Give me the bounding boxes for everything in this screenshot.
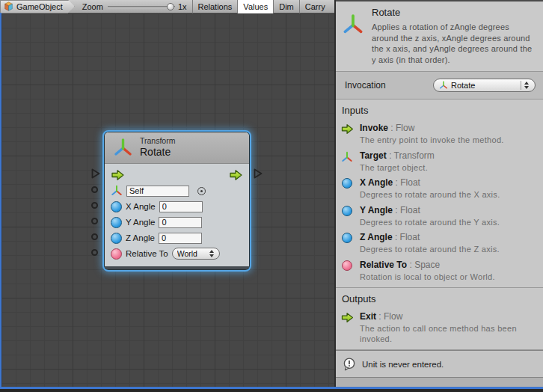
input-item-invoke: InvokeFlow The entry point to invoke the… bbox=[336, 121, 543, 149]
panel-bottom-strip bbox=[336, 378, 543, 387]
node-category: Transform bbox=[140, 136, 175, 146]
flow-out-arrow-icon[interactable] bbox=[229, 169, 243, 181]
flow-in-arrow-icon[interactable] bbox=[111, 169, 125, 181]
relative-to-value: World bbox=[177, 249, 206, 258]
warning-bar: Unit is never entered. bbox=[336, 350, 543, 378]
item-description: Rotation is local to object or World. bbox=[360, 272, 495, 283]
item-description: Degrees to rotate around the Z axis. bbox=[360, 245, 500, 255]
toolbar-toggles: Relations Values Dim Carry bbox=[192, 0, 335, 13]
focus-border-left bbox=[0, 13, 1, 389]
node-footer bbox=[105, 266, 249, 269]
item-description: The action to call once method has been … bbox=[360, 324, 532, 344]
x-angle-row: X Angle bbox=[111, 199, 243, 214]
self-field[interactable] bbox=[126, 186, 189, 197]
pink-port-icon[interactable] bbox=[111, 248, 122, 260]
zoom-label: Zoom bbox=[82, 2, 103, 11]
invocation-label: Invocation bbox=[345, 80, 386, 91]
flow-arrow-icon bbox=[341, 123, 354, 135]
transform-axes-icon bbox=[113, 138, 133, 158]
relative-to-dropdown[interactable]: World bbox=[172, 248, 220, 260]
x-angle-input[interactable] bbox=[159, 201, 203, 212]
input-item-z-angle: Z AngleFloat Degrees to rotate around th… bbox=[336, 230, 543, 258]
input-item-target: TargetTransform The target object. bbox=[336, 149, 543, 177]
graph-canvas[interactable]: Transform Rotate X Angle bbox=[1, 13, 334, 387]
flow-output-port[interactable] bbox=[254, 168, 263, 179]
outputs-header: Outputs bbox=[336, 293, 543, 310]
zoom-value: 1x bbox=[178, 2, 187, 11]
breadcrumb-gameobject[interactable]: GameObject bbox=[0, 0, 75, 13]
y-angle-label: Y Angle bbox=[126, 218, 155, 227]
item-description: Degrees to rotate around the Y axis. bbox=[360, 218, 500, 228]
transform-axes-icon bbox=[439, 81, 448, 90]
dim-button[interactable]: Dim bbox=[273, 0, 299, 13]
flow-input-port[interactable] bbox=[91, 168, 100, 179]
blue-port-icon[interactable] bbox=[111, 217, 122, 228]
node-header[interactable]: Transform Rotate bbox=[105, 132, 249, 164]
x-angle-label: X Angle bbox=[126, 202, 156, 211]
relations-button[interactable]: Relations bbox=[192, 0, 238, 13]
blue-port-icon bbox=[342, 178, 352, 189]
invocation-value: Rotate bbox=[451, 81, 518, 90]
graph-toolbar: GameObject Zoom 1x Relations Values Dim … bbox=[0, 0, 334, 13]
item-name: Y Angle bbox=[360, 205, 393, 215]
x-angle-port[interactable] bbox=[91, 202, 98, 209]
item-name: Exit bbox=[360, 311, 376, 322]
focus-border-bottom bbox=[0, 387, 543, 389]
warning-text: Unit is never entered. bbox=[362, 360, 444, 369]
popup-arrows-icon bbox=[524, 82, 530, 89]
gameobject-cube-icon bbox=[4, 1, 13, 11]
inputs-section: Inputs InvokeFlow The entry point to inv… bbox=[336, 99, 543, 288]
node-title: Rotate bbox=[140, 146, 175, 159]
item-type: Transform bbox=[387, 150, 435, 161]
item-name: X Angle bbox=[360, 177, 393, 188]
flow-arrow-icon bbox=[341, 312, 354, 323]
panel-divider[interactable] bbox=[334, 0, 336, 387]
item-name: Invoke bbox=[360, 123, 388, 133]
invocation-dropdown[interactable]: Rotate bbox=[433, 79, 536, 92]
blue-port-icon[interactable] bbox=[111, 233, 122, 244]
inspector-description: Applies a rotation of zAngle degrees aro… bbox=[372, 22, 533, 65]
values-button[interactable]: Values bbox=[237, 0, 273, 13]
item-description: The entry point to invoke the method. bbox=[360, 135, 504, 146]
z-angle-label: Z Angle bbox=[126, 233, 155, 242]
target-row bbox=[111, 183, 243, 198]
bolt-graph-window: GameObject Zoom 1x Relations Values Dim … bbox=[0, 0, 543, 392]
input-item-x-angle: X AngleFloat Degrees to rotate around th… bbox=[336, 176, 543, 203]
popup-arrows-icon bbox=[209, 250, 215, 257]
outputs-section: Outputs ExitFlow The action to call once… bbox=[336, 288, 543, 350]
z-angle-port[interactable] bbox=[91, 233, 98, 240]
z-angle-input[interactable] bbox=[159, 233, 202, 244]
y-angle-row: Y Angle bbox=[111, 215, 243, 230]
zoom-slider-knob[interactable] bbox=[167, 3, 174, 10]
item-name: Z Angle bbox=[360, 232, 393, 242]
carry-button[interactable]: Carry bbox=[299, 0, 331, 13]
pink-port-icon bbox=[342, 260, 352, 271]
item-type: Float bbox=[393, 205, 420, 215]
object-picker-icon[interactable] bbox=[197, 187, 206, 195]
y-angle-port[interactable] bbox=[91, 218, 98, 224]
blue-port-icon[interactable] bbox=[111, 201, 122, 212]
item-description: The target object. bbox=[360, 163, 435, 174]
input-item-relative-to: Relative ToSpace Rotation is local to ob… bbox=[336, 258, 543, 286]
item-type: Space bbox=[407, 260, 440, 270]
item-type: Float bbox=[393, 232, 420, 242]
transform-axes-icon bbox=[111, 185, 123, 197]
output-item-exit: ExitFlow The action to call once method … bbox=[336, 310, 543, 347]
target-port[interactable] bbox=[91, 186, 98, 193]
relative-to-row: Relative To World bbox=[111, 246, 243, 261]
input-item-y-angle: Y AngleFloat Degrees to rotate around th… bbox=[336, 203, 543, 231]
item-name: Target bbox=[360, 150, 387, 161]
invocation-row: Invocation Rotate bbox=[336, 72, 543, 99]
y-angle-input[interactable] bbox=[159, 217, 202, 228]
item-description: Degrees to rotate around the X axis. bbox=[360, 190, 500, 200]
relative-to-label: Relative To bbox=[126, 249, 168, 258]
z-angle-row: Z Angle bbox=[111, 230, 243, 245]
blue-port-icon bbox=[342, 206, 352, 216]
warning-bubble-icon bbox=[343, 358, 356, 371]
breadcrumb-label: GameObject bbox=[16, 2, 63, 11]
inputs-header: Inputs bbox=[336, 105, 543, 121]
zoom-slider[interactable] bbox=[108, 0, 175, 13]
inspector-title: Rotate bbox=[372, 7, 533, 18]
rotate-node[interactable]: Transform Rotate X Angle bbox=[105, 132, 249, 269]
relative-to-port[interactable] bbox=[91, 249, 98, 256]
